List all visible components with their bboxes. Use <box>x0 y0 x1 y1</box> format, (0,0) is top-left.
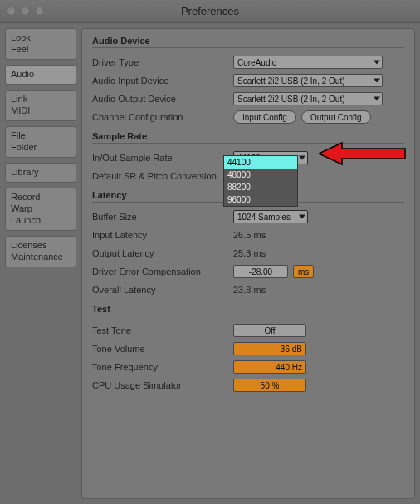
window-title: Preferences <box>0 5 420 17</box>
inout-sample-rate-label: In/Out Sample Rate <box>92 153 233 163</box>
audio-output-select[interactable]: Scarlett 2i2 USB (2 In, 2 Out) <box>233 92 383 105</box>
channel-config-label: Channel Configuration <box>92 112 233 122</box>
main-panel: Audio Device Driver Type CoreAudio Audio… <box>81 28 415 499</box>
tone-volume-field[interactable]: -36 dB <box>233 342 306 355</box>
sidebar-group-look[interactable]: Look Feel <box>5 28 76 60</box>
sidebar-group-file[interactable]: File Folder <box>5 126 76 158</box>
sample-rate-option[interactable]: 88200 <box>224 181 297 193</box>
output-latency-value: 25.3 ms <box>233 248 266 258</box>
driver-type-value: CoreAudio <box>237 58 276 67</box>
sidebar-item-record[interactable]: Record <box>11 191 71 203</box>
chevron-down-icon <box>374 79 380 83</box>
input-latency-label: Input Latency <box>92 230 233 240</box>
sidebar-item-licenses[interactable]: Licenses <box>11 239 71 251</box>
svg-marker-0 <box>319 143 405 164</box>
audio-input-label: Audio Input Device <box>92 76 233 86</box>
section-test: Test <box>92 304 404 316</box>
sidebar-group-record[interactable]: Record Warp Launch <box>5 188 76 231</box>
error-comp-unit: ms <box>293 265 314 278</box>
sample-rate-option[interactable]: 44100 <box>224 156 297 169</box>
input-config-button[interactable]: Input Config <box>233 110 296 124</box>
error-comp-field[interactable]: -28.00 <box>233 265 288 278</box>
driver-type-label: Driver Type <box>92 57 233 67</box>
audio-output-value: Scarlett 2i2 USB (2 In, 2 Out) <box>237 95 345 104</box>
error-comp-label: Driver Error Compensation <box>92 267 233 276</box>
preferences-window: Preferences Look Feel Audio Link MIDI Fi… <box>0 0 420 504</box>
chevron-down-icon <box>374 97 380 101</box>
sample-rate-option[interactable]: 96000 <box>224 193 297 206</box>
window-body: Look Feel Audio Link MIDI File Folder Li… <box>0 23 420 504</box>
sidebar-group-licenses[interactable]: Licenses Maintenance <box>5 236 76 267</box>
chevron-down-icon <box>374 61 380 65</box>
sidebar-item-file[interactable]: File <box>11 130 71 141</box>
cpu-sim-label: CPU Usage Simulator <box>92 380 233 390</box>
cpu-sim-field[interactable]: 50 % <box>233 379 306 392</box>
audio-input-value: Scarlett 2i2 USB (2 In, 2 Out) <box>237 76 345 86</box>
sidebar-group-library[interactable]: Library <box>5 163 76 183</box>
sidebar-item-midi[interactable]: MIDI <box>11 105 71 116</box>
sample-rate-option[interactable]: 48000 <box>224 169 297 181</box>
audio-output-label: Audio Output Device <box>92 94 233 104</box>
sidebar-item-warp[interactable]: Warp <box>11 203 71 214</box>
overall-latency-label: Overall Latency <box>92 285 233 295</box>
arrow-annotation-icon <box>319 141 407 166</box>
sidebar-item-link[interactable]: Link <box>11 93 71 105</box>
output-latency-label: Output Latency <box>92 248 233 258</box>
test-tone-label: Test Tone <box>92 325 233 335</box>
buffer-size-value: 1024 Samples <box>237 213 291 222</box>
sidebar-item-launch[interactable]: Launch <box>11 214 71 226</box>
section-audio-device: Audio Device <box>92 36 404 48</box>
audio-input-select[interactable]: Scarlett 2i2 USB (2 In, 2 Out) <box>233 74 383 87</box>
titlebar: Preferences <box>0 0 420 23</box>
buffer-size-label: Buffer Size <box>92 212 233 222</box>
tone-volume-label: Tone Volume <box>92 344 233 354</box>
chevron-down-icon <box>299 156 305 160</box>
sidebar-item-audio[interactable]: Audio <box>11 68 71 80</box>
sidebar-item-library[interactable]: Library <box>11 166 71 178</box>
sidebar-item-maintenance[interactable]: Maintenance <box>11 251 71 262</box>
buffer-size-select[interactable]: 1024 Samples <box>233 210 308 223</box>
output-config-button[interactable]: Output Config <box>301 110 371 124</box>
driver-type-select[interactable]: CoreAudio <box>233 56 383 69</box>
sample-rate-dropdown[interactable]: 44100 48000 88200 96000 <box>223 155 298 207</box>
input-latency-value: 26.5 ms <box>233 230 266 240</box>
default-sr-label: Default SR & Pitch Conversion <box>92 171 233 181</box>
overall-latency-value: 23.8 ms <box>233 285 266 295</box>
sidebar-item-look[interactable]: Look <box>11 32 71 43</box>
sidebar: Look Feel Audio Link MIDI File Folder Li… <box>5 28 76 499</box>
chevron-down-icon <box>299 215 305 219</box>
tone-freq-label: Tone Frequency <box>92 362 233 372</box>
tone-freq-field[interactable]: 440 Hz <box>233 360 306 374</box>
sidebar-item-feel[interactable]: Feel <box>11 43 71 55</box>
sidebar-item-folder[interactable]: Folder <box>11 141 71 153</box>
sidebar-group-audio[interactable]: Audio <box>5 65 76 85</box>
sidebar-group-link[interactable]: Link MIDI <box>5 90 76 121</box>
test-tone-toggle[interactable]: Off <box>233 324 306 337</box>
